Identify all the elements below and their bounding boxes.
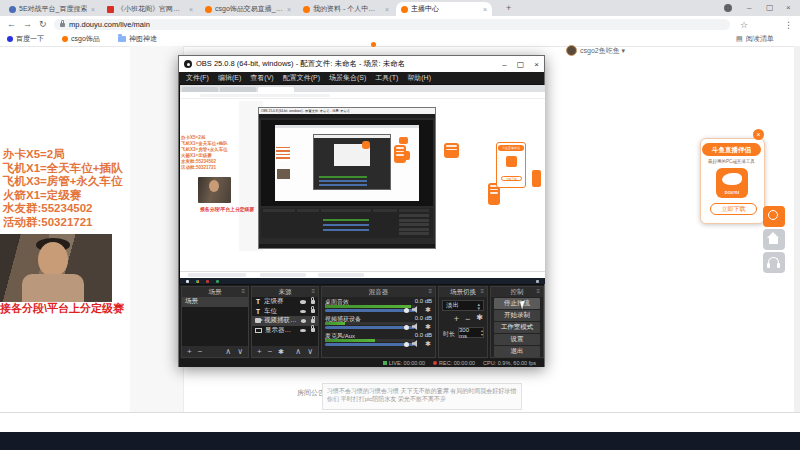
- stream-banner-text: 接各分段\平台上分定级赛: [0, 301, 124, 316]
- tab-label: csgo饰品交易直播_CS:GO直播: [215, 4, 284, 14]
- mini-tabstrip: [180, 85, 545, 92]
- add-scene-button[interactable]: +: [187, 347, 192, 356]
- remove-scene-button[interactable]: −: [198, 347, 203, 356]
- support-button[interactable]: [763, 252, 785, 273]
- bookmark-star-icon[interactable]: ☆: [740, 20, 748, 30]
- menu-edit[interactable]: 编辑(E): [218, 73, 241, 83]
- card-close-button[interactable]: ×: [753, 129, 764, 140]
- download-now-button[interactable]: 立即下载: [710, 203, 757, 215]
- home-button[interactable]: [763, 229, 785, 250]
- back-icon[interactable]: ←: [7, 19, 16, 29]
- lock-icon[interactable]: [311, 300, 316, 304]
- source-item-selected[interactable]: 视频捕获设备: [252, 316, 318, 326]
- mini-taskbar: [180, 278, 545, 284]
- forward-icon[interactable]: →: [23, 19, 32, 29]
- obs-minimize-button[interactable]: –: [502, 60, 506, 69]
- visibility-eye-icon[interactable]: [300, 300, 306, 304]
- bookmark-baidu[interactable]: 百度一下: [7, 34, 44, 44]
- mixer-row-mic: 麦克风/Aux 0.0 dB ✱: [325, 332, 432, 341]
- announcement-textarea[interactable]: 习惯不会习惯的习惯会习惯 天下无不散的宴席 有局的时间我会好好珍惜 你们 平时打…: [322, 383, 522, 410]
- mixer-gear-icon[interactable]: ✱: [425, 323, 431, 330]
- account-widget[interactable]: csgo2鱼吃鱼 ▾: [566, 45, 625, 56]
- mixer-gear-icon[interactable]: ✱: [425, 340, 431, 347]
- reading-list-button[interactable]: ▤ 阅读清单: [736, 34, 774, 44]
- visibility-eye-icon[interactable]: [300, 310, 306, 314]
- source-properties-icon[interactable]: ✱: [278, 348, 284, 355]
- sources-title: 来源: [279, 288, 292, 297]
- exit-button[interactable]: 退出: [494, 346, 540, 357]
- studio-mode-button[interactable]: 工作室模式: [494, 322, 540, 333]
- browser-tab-3[interactable]: csgo饰品交易直播_CS:GO直播 ×: [200, 2, 296, 16]
- tab-close-icon[interactable]: ×: [91, 6, 95, 13]
- menu-tools[interactable]: 工具(T): [375, 73, 398, 83]
- remove-transition-button[interactable]: −: [465, 314, 470, 324]
- new-tab-button[interactable]: +: [506, 3, 511, 13]
- add-source-button[interactable]: +: [257, 347, 262, 356]
- reload-icon[interactable]: ↻: [39, 19, 47, 29]
- gift-popup: [394, 145, 406, 163]
- source-item[interactable]: T 定级赛: [252, 297, 318, 307]
- scene-down-button[interactable]: ∨: [237, 347, 243, 356]
- browser-tab-4[interactable]: 我的资料 - 个人中心 - 斗鱼 ×: [298, 2, 394, 16]
- tab-favicon: [401, 6, 408, 13]
- stop-streaming-button[interactable]: 停止推流: [494, 298, 540, 309]
- douyu-companion-card: 斗鱼直播伴侣 最好用的PC端直播工具 DOUYU 立即下载: [700, 138, 765, 224]
- obs-maximize-button[interactable]: ▢: [517, 60, 525, 69]
- mixer-gear-icon[interactable]: ✱: [425, 306, 431, 313]
- source-item[interactable]: T 车位: [252, 307, 318, 317]
- volume-meter: [325, 322, 415, 325]
- lock-icon[interactable]: [311, 328, 315, 332]
- visibility-eye-icon[interactable]: [300, 329, 306, 333]
- scene-up-button[interactable]: ∧: [225, 347, 231, 356]
- transition-select[interactable]: 淡出 ▴ ▾: [442, 300, 484, 311]
- menu-file[interactable]: 文件(F): [186, 73, 209, 83]
- obs-logo-icon: [184, 60, 192, 68]
- start-recording-button[interactable]: 开始录制: [494, 310, 540, 321]
- volume-slider[interactable]: [325, 343, 415, 346]
- tab-close-icon[interactable]: ×: [287, 6, 291, 13]
- menu-help[interactable]: 帮助(H): [407, 73, 431, 83]
- source-item[interactable]: 显示器捕获: [252, 326, 318, 336]
- window-close-button[interactable]: ×: [786, 3, 791, 12]
- duration-spinner[interactable]: 300 ms ▴ ▾: [458, 327, 484, 338]
- volume-slider[interactable]: [325, 309, 415, 312]
- window-minimize-button[interactable]: –: [747, 3, 751, 12]
- profile-dot-icon[interactable]: [724, 4, 732, 12]
- browser-tab-active[interactable]: 主播中心 ×: [396, 2, 492, 16]
- obs-window: OBS 25.0.8 (64-bit, windows) - 配置文件: 未命名…: [178, 55, 545, 367]
- browser-tab-1[interactable]: 5E对战平台_百度搜索 ×: [4, 2, 100, 16]
- source-up-button[interactable]: ∧: [295, 347, 301, 356]
- tab-favicon: [9, 6, 16, 13]
- add-transition-button[interactable]: +: [454, 314, 459, 324]
- window-maximize-button[interactable]: ▢: [766, 3, 774, 12]
- source-down-button[interactable]: ∨: [307, 347, 313, 356]
- mini-obs-window: OBS 25.0.8 (64-bit, windows) - 配置文件: 未命名…: [258, 107, 436, 249]
- remove-source-button[interactable]: −: [268, 347, 273, 356]
- lock-icon[interactable]: [311, 319, 315, 323]
- menu-kebab-icon[interactable]: ⋮: [784, 20, 793, 30]
- obs-preview[interactable]: 办卡X5=2局 飞机X1=全天车位+插队 飞机X3=房管+永久车位 火箭X1=定…: [179, 84, 544, 285]
- bookmark-label: csgo饰品: [71, 34, 100, 44]
- menu-profile[interactable]: 配置文件(P): [283, 73, 320, 83]
- bookmark-folder[interactable]: 神图神途: [118, 34, 157, 44]
- sources-toolbar: + − ✱ ∧ ∨: [252, 346, 318, 357]
- controls-title: 控制: [511, 288, 524, 297]
- address-bar[interactable]: mp.douyu.com/live/main: [54, 19, 730, 30]
- live-tool-button[interactable]: [763, 206, 785, 227]
- obs-titlebar[interactable]: OBS 25.0.8 (64-bit, windows) - 配置文件: 未命名…: [179, 56, 544, 72]
- bookmark-csgo[interactable]: csgo饰品: [62, 34, 100, 44]
- lock-icon[interactable]: [311, 309, 316, 313]
- volume-slider[interactable]: [325, 326, 415, 329]
- tab-close-icon[interactable]: ×: [385, 6, 389, 13]
- scene-item[interactable]: 场景: [182, 297, 248, 307]
- settings-button[interactable]: 设置: [494, 334, 540, 345]
- tab-close-icon[interactable]: ×: [483, 6, 487, 13]
- visibility-eye-icon[interactable]: [301, 319, 306, 323]
- menu-view[interactable]: 查看(V): [250, 73, 273, 83]
- tab-close-icon[interactable]: ×: [189, 6, 193, 13]
- transition-gear-icon[interactable]: ✱: [476, 314, 483, 324]
- menu-scene-collection[interactable]: 场景集合(S): [329, 73, 366, 83]
- page-scrollbar[interactable]: [794, 46, 800, 412]
- browser-tab-2[interactable]: 《小班花阁》官网——一起开服 ×: [102, 2, 198, 16]
- obs-close-button[interactable]: ×: [534, 60, 539, 69]
